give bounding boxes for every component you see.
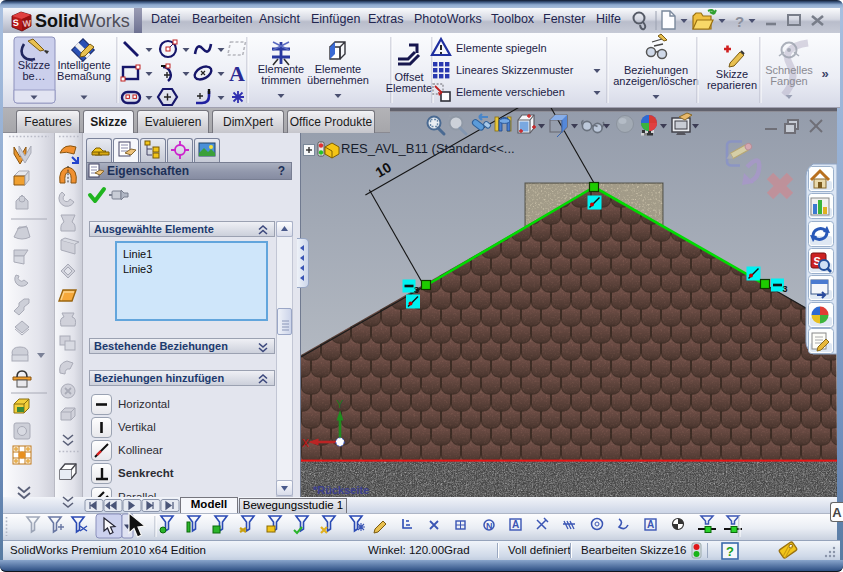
svg-text:X: X — [302, 437, 309, 449]
svg-text:übernehmen: übernehmen — [307, 74, 369, 86]
svg-text:Lineares Skizzenmuster: Lineares Skizzenmuster — [456, 64, 574, 76]
svg-text:Fangen: Fangen — [770, 75, 807, 87]
svg-text:*Rückseite: *Rückseite — [313, 484, 369, 496]
svg-text:be…: be… — [22, 70, 45, 82]
svg-text:Elemente: Elemente — [386, 82, 432, 94]
svg-text:trimmen: trimmen — [261, 74, 301, 86]
svg-text:S: S — [12, 18, 19, 28]
svg-text:RES_AVL_B11 (Standard<<...: RES_AVL_B11 (Standard<<... — [341, 141, 515, 156]
svg-text:A: A — [229, 61, 245, 86]
svg-text:?: ? — [726, 544, 734, 559]
svg-text:Bemaßung: Bemaßung — [57, 70, 111, 82]
svg-text:A: A — [512, 519, 519, 530]
svg-text:Elemente verschieben: Elemente verschieben — [456, 86, 565, 98]
svg-text:»: » — [821, 66, 828, 81]
svg-text:?: ? — [735, 13, 744, 30]
svg-text:reparieren: reparieren — [707, 79, 757, 91]
svg-text:A: A — [647, 519, 654, 530]
svg-text:Elemente spiegeln: Elemente spiegeln — [456, 42, 547, 54]
svg-text:N: N — [486, 521, 493, 531]
svg-text:Y: Y — [336, 398, 343, 410]
svg-text:W: W — [22, 18, 32, 29]
svg-text:anzeigen/löschen: anzeigen/löschen — [613, 75, 699, 87]
svg-text:3: 3 — [783, 284, 788, 294]
svg-text:3: 3 — [414, 285, 419, 295]
